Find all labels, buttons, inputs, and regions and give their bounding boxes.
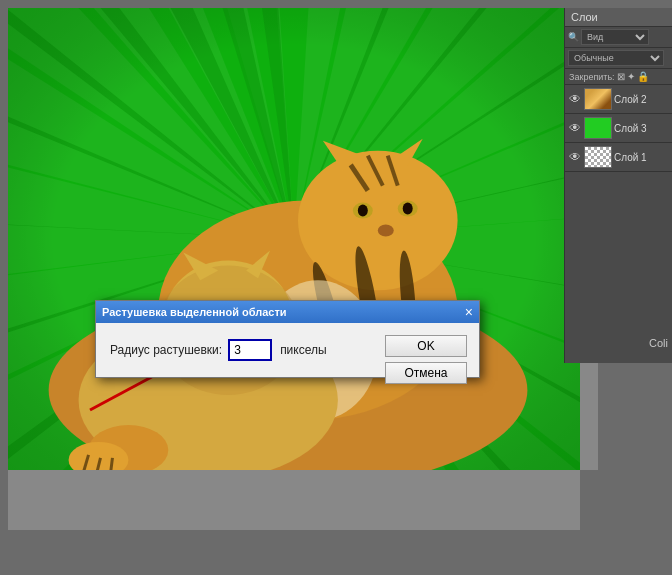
- dialog-buttons: OK Отмена: [385, 335, 467, 384]
- layer-1-thumbnail: [584, 146, 612, 168]
- tiger-lion-image: [8, 31, 580, 470]
- layer-1-name: Слой 1: [614, 152, 669, 163]
- svg-point-55: [358, 205, 368, 217]
- layer-item-2[interactable]: 👁 Слой 2: [565, 85, 672, 114]
- layer-item-1[interactable]: 👁 Слой 1: [565, 143, 672, 172]
- green-background: [8, 8, 580, 470]
- layers-blend-mode[interactable]: Обычные: [568, 50, 664, 66]
- lock-label: Закрепить:: [569, 72, 615, 82]
- dialog-title: Растушевка выделенной области: [102, 306, 287, 318]
- lock-move-icon[interactable]: ✦: [627, 71, 635, 82]
- layers-panel: Слои 🔍 Вид Обычные Закрепить: ⊠ ✦ 🔒 👁 Сл…: [564, 8, 672, 363]
- search-icon: 🔍: [568, 32, 579, 42]
- feather-radius-label: Радиус растушевки:: [110, 343, 222, 357]
- coli-text: Coli: [649, 337, 668, 349]
- svg-point-58: [378, 225, 394, 237]
- dialog-body: Радиус растушевки: пикселы OK Отмена: [96, 323, 479, 377]
- layer-1-visibility-icon[interactable]: 👁: [568, 150, 582, 164]
- layers-mode-row: Обычные: [565, 48, 672, 69]
- svg-line-74: [110, 458, 112, 470]
- canvas-area: [8, 8, 580, 470]
- lock-all-icon[interactable]: 🔒: [637, 71, 649, 82]
- layer-2-name: Слой 2: [614, 94, 669, 105]
- layer-item-3[interactable]: 👁 Слой 3: [565, 114, 672, 143]
- ok-button[interactable]: OK: [385, 335, 467, 357]
- feather-unit-label: пикселы: [280, 343, 327, 357]
- dialog-titlebar: Растушевка выделенной области ×: [96, 301, 479, 323]
- layers-lock-bar: Закрепить: ⊠ ✦ 🔒: [565, 69, 672, 85]
- layers-search-row: 🔍 Вид: [565, 27, 672, 48]
- svg-point-57: [403, 203, 413, 215]
- layer-3-name: Слой 3: [614, 123, 669, 134]
- layer-3-visibility-icon[interactable]: 👁: [568, 121, 582, 135]
- feather-radius-input[interactable]: [228, 339, 272, 361]
- feather-dialog[interactable]: Растушевка выделенной области × Радиус р…: [95, 300, 480, 378]
- lock-pixels-icon[interactable]: ⊠: [617, 71, 625, 82]
- layer-2-thumbnail: [584, 88, 612, 110]
- dialog-close-button[interactable]: ×: [465, 305, 473, 319]
- canvas-bottom: [8, 470, 580, 530]
- layers-panel-title: Слои: [565, 8, 672, 27]
- layer-2-visibility-icon[interactable]: 👁: [568, 92, 582, 106]
- cancel-button[interactable]: Отмена: [385, 362, 467, 384]
- layers-view-select[interactable]: Вид: [581, 29, 649, 45]
- layer-3-thumbnail: [584, 117, 612, 139]
